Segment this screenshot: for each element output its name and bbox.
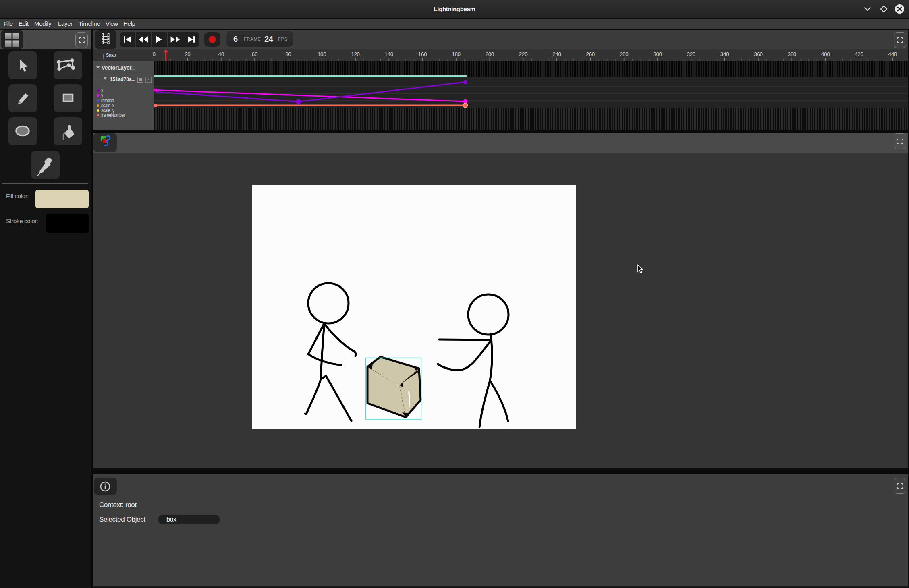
svg-text:40: 40 xyxy=(218,51,224,57)
svg-text:440: 440 xyxy=(888,51,897,57)
svg-text:100: 100 xyxy=(318,51,326,57)
svg-text:340: 340 xyxy=(720,51,729,57)
svg-text:420: 420 xyxy=(855,51,863,57)
svg-text:240: 240 xyxy=(552,51,561,57)
svg-text:180: 180 xyxy=(452,51,460,57)
svg-text:80: 80 xyxy=(285,51,291,57)
svg-text:120: 120 xyxy=(351,51,359,57)
svg-text:300: 300 xyxy=(653,51,662,57)
svg-text:200: 200 xyxy=(486,51,494,57)
svg-text:140: 140 xyxy=(385,51,393,57)
svg-text:380: 380 xyxy=(788,51,796,57)
svg-text:360: 360 xyxy=(754,51,762,57)
svg-text:60: 60 xyxy=(252,51,257,57)
svg-text:280: 280 xyxy=(620,51,628,57)
svg-text:260: 260 xyxy=(586,51,595,57)
svg-text:220: 220 xyxy=(519,51,527,57)
svg-text:0: 0 xyxy=(152,51,155,57)
svg-text:320: 320 xyxy=(687,51,695,57)
svg-text:400: 400 xyxy=(821,51,830,57)
svg-text:160: 160 xyxy=(418,51,427,57)
svg-text:20: 20 xyxy=(185,51,190,57)
